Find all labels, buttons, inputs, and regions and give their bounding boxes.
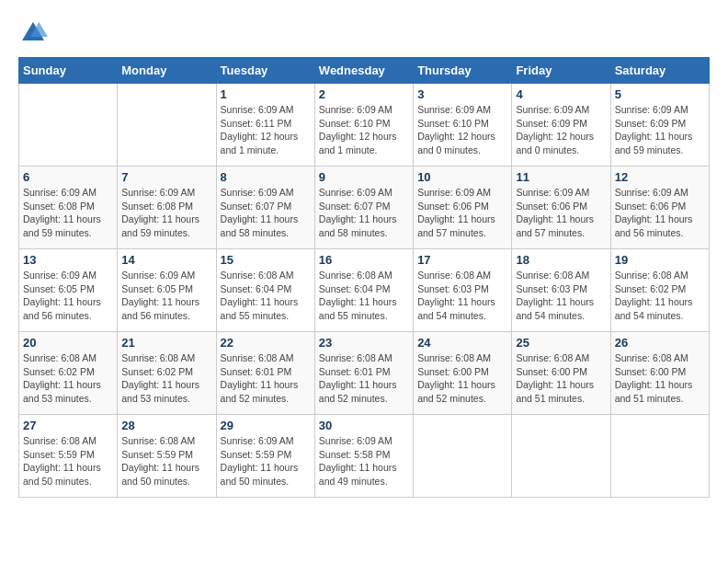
calendar-cell: 28Sunrise: 6:08 AMSunset: 5:59 PMDayligh… [118,415,216,498]
calendar-cell: 12Sunrise: 6:09 AMSunset: 6:06 PMDayligh… [610,167,709,249]
day-number: 20 [23,336,113,350]
calendar-cell: 29Sunrise: 6:09 AMSunset: 5:59 PMDayligh… [216,415,314,498]
calendar-week-2: 6Sunrise: 6:09 AMSunset: 6:08 PMDaylight… [19,167,710,249]
calendar-header-row: SundayMondayTuesdayWednesdayThursdayFrid… [19,58,710,84]
calendar-cell [414,415,512,498]
day-number: 11 [516,170,606,184]
calendar-cell: 30Sunrise: 6:09 AMSunset: 5:58 PMDayligh… [314,415,413,498]
calendar-cell: 14Sunrise: 6:09 AMSunset: 6:05 PMDayligh… [118,249,216,332]
cell-info: Sunrise: 6:09 AMSunset: 6:09 PMDaylight:… [615,103,705,157]
day-number: 3 [417,87,507,101]
cell-info: Sunrise: 6:09 AMSunset: 6:11 PMDaylight:… [221,103,311,157]
calendar-week-3: 13Sunrise: 6:09 AMSunset: 6:05 PMDayligh… [19,249,710,332]
calendar-cell: 23Sunrise: 6:08 AMSunset: 6:01 PMDayligh… [314,332,413,415]
calendar-cell: 15Sunrise: 6:08 AMSunset: 6:04 PMDayligh… [216,249,314,332]
cell-info: Sunrise: 6:08 AMSunset: 6:01 PMDaylight:… [221,351,311,406]
cell-info: Sunrise: 6:08 AMSunset: 6:04 PMDaylight:… [319,269,409,323]
calendar-header-friday: Friday [512,58,610,84]
day-number: 29 [221,419,311,432]
calendar-header-saturday: Saturday [610,58,709,84]
calendar-cell: 4Sunrise: 6:09 AMSunset: 6:09 PMDaylight… [512,84,610,167]
calendar-header-thursday: Thursday [414,58,512,84]
calendar-header-monday: Monday [118,58,216,84]
day-number: 23 [319,336,409,350]
day-number: 22 [221,336,311,350]
cell-info: Sunrise: 6:09 AMSunset: 5:58 PMDaylight:… [319,434,409,488]
calendar-cell: 17Sunrise: 6:08 AMSunset: 6:03 PMDayligh… [414,249,512,332]
cell-info: Sunrise: 6:09 AMSunset: 6:10 PMDaylight:… [417,103,507,157]
day-number: 15 [221,253,311,267]
calendar-cell [19,84,118,167]
cell-info: Sunrise: 6:09 AMSunset: 6:06 PMDaylight:… [417,186,507,240]
day-number: 1 [221,87,311,101]
calendar-cell: 7Sunrise: 6:09 AMSunset: 6:08 PMDaylight… [118,167,216,249]
day-number: 7 [121,170,211,184]
calendar-cell: 26Sunrise: 6:08 AMSunset: 6:00 PMDayligh… [610,332,709,415]
day-number: 12 [615,170,705,184]
cell-info: Sunrise: 6:08 AMSunset: 6:02 PMDaylight:… [23,351,113,406]
day-number: 5 [615,87,705,101]
calendar-cell: 6Sunrise: 6:09 AMSunset: 6:08 PMDaylight… [19,167,118,249]
day-number: 30 [319,419,409,432]
calendar-cell: 3Sunrise: 6:09 AMSunset: 6:10 PMDaylight… [414,84,512,167]
calendar-week-5: 27Sunrise: 6:08 AMSunset: 5:59 PMDayligh… [19,415,710,498]
day-number: 26 [615,336,705,350]
calendar-cell: 21Sunrise: 6:08 AMSunset: 6:02 PMDayligh… [118,332,216,415]
cell-info: Sunrise: 6:09 AMSunset: 6:07 PMDaylight:… [319,186,409,240]
cell-info: Sunrise: 6:09 AMSunset: 6:06 PMDaylight:… [615,186,705,240]
calendar-cell: 1Sunrise: 6:09 AMSunset: 6:11 PMDaylight… [216,84,314,167]
page-header [18,18,710,48]
day-number: 24 [417,336,507,350]
cell-info: Sunrise: 6:08 AMSunset: 6:00 PMDaylight:… [615,351,705,406]
day-number: 17 [417,253,507,267]
day-number: 2 [319,87,409,101]
calendar-body: 1Sunrise: 6:09 AMSunset: 6:11 PMDaylight… [19,84,710,498]
cell-info: Sunrise: 6:09 AMSunset: 6:05 PMDaylight:… [23,269,113,323]
calendar-cell: 24Sunrise: 6:08 AMSunset: 6:00 PMDayligh… [414,332,512,415]
cell-info: Sunrise: 6:09 AMSunset: 5:59 PMDaylight:… [221,434,311,488]
cell-info: Sunrise: 6:09 AMSunset: 6:08 PMDaylight:… [23,186,113,240]
logo-icon [18,18,48,48]
calendar-cell: 9Sunrise: 6:09 AMSunset: 6:07 PMDaylight… [314,167,413,249]
calendar-cell [512,415,610,498]
calendar-cell: 19Sunrise: 6:08 AMSunset: 6:02 PMDayligh… [610,249,709,332]
day-number: 4 [516,87,606,101]
calendar-cell: 18Sunrise: 6:08 AMSunset: 6:03 PMDayligh… [512,249,610,332]
calendar-cell [118,84,216,167]
calendar-cell [610,415,709,498]
cell-info: Sunrise: 6:08 AMSunset: 5:59 PMDaylight:… [23,434,113,488]
cell-info: Sunrise: 6:09 AMSunset: 6:08 PMDaylight:… [121,186,211,240]
day-number: 13 [23,253,113,267]
cell-info: Sunrise: 6:08 AMSunset: 6:02 PMDaylight:… [615,269,705,323]
calendar-cell: 25Sunrise: 6:08 AMSunset: 6:00 PMDayligh… [512,332,610,415]
calendar-header-sunday: Sunday [19,58,118,84]
calendar-cell: 2Sunrise: 6:09 AMSunset: 6:10 PMDaylight… [314,84,413,167]
calendar-table: SundayMondayTuesdayWednesdayThursdayFrid… [18,57,710,498]
day-number: 19 [615,253,705,267]
cell-info: Sunrise: 6:08 AMSunset: 6:03 PMDaylight:… [516,269,606,323]
day-number: 18 [516,253,606,267]
calendar-cell: 5Sunrise: 6:09 AMSunset: 6:09 PMDaylight… [610,84,709,167]
day-number: 21 [121,336,211,350]
day-number: 9 [319,170,409,184]
day-number: 10 [417,170,507,184]
cell-info: Sunrise: 6:08 AMSunset: 6:00 PMDaylight:… [417,351,507,406]
cell-info: Sunrise: 6:09 AMSunset: 6:06 PMDaylight:… [516,186,606,240]
day-number: 6 [23,170,113,184]
calendar-cell: 8Sunrise: 6:09 AMSunset: 6:07 PMDaylight… [216,167,314,249]
cell-info: Sunrise: 6:08 AMSunset: 6:00 PMDaylight:… [516,351,606,406]
calendar-cell: 16Sunrise: 6:08 AMSunset: 6:04 PMDayligh… [314,249,413,332]
day-number: 16 [319,253,409,267]
calendar-header-wednesday: Wednesday [314,58,413,84]
day-number: 8 [221,170,311,184]
day-number: 25 [516,336,606,350]
calendar-cell: 22Sunrise: 6:08 AMSunset: 6:01 PMDayligh… [216,332,314,415]
day-number: 28 [121,419,211,432]
cell-info: Sunrise: 6:09 AMSunset: 6:07 PMDaylight:… [221,186,311,240]
cell-info: Sunrise: 6:08 AMSunset: 6:01 PMDaylight:… [319,351,409,406]
calendar-cell: 13Sunrise: 6:09 AMSunset: 6:05 PMDayligh… [19,249,118,332]
cell-info: Sunrise: 6:09 AMSunset: 6:09 PMDaylight:… [516,103,606,157]
calendar-header-tuesday: Tuesday [216,58,314,84]
cell-info: Sunrise: 6:08 AMSunset: 6:04 PMDaylight:… [221,269,311,323]
cell-info: Sunrise: 6:08 AMSunset: 5:59 PMDaylight:… [121,434,211,488]
